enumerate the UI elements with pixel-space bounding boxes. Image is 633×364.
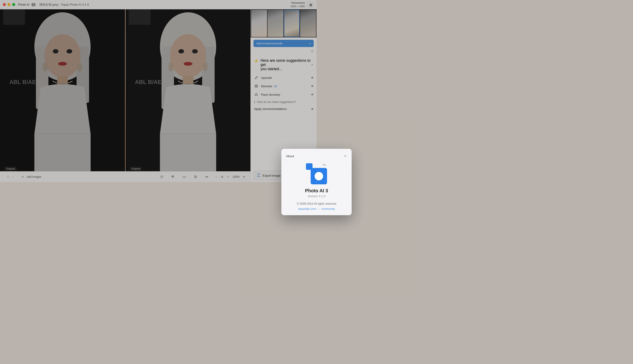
about-modal: About × TM Photo AI 3 Version 3.1.0 © 20…: [281, 149, 316, 182]
modal-header: About ×: [286, 154, 316, 158]
modal-overlay[interactable]: About × TM Photo AI 3 Version 3.1.0 © 20…: [0, 0, 316, 182]
logo-circle: [315, 172, 316, 180]
modal-logo-area: TM: [286, 163, 316, 182]
modal-title: About: [286, 154, 294, 158]
topaz-logo: TM: [306, 163, 316, 182]
logo-big-square: [311, 168, 316, 182]
